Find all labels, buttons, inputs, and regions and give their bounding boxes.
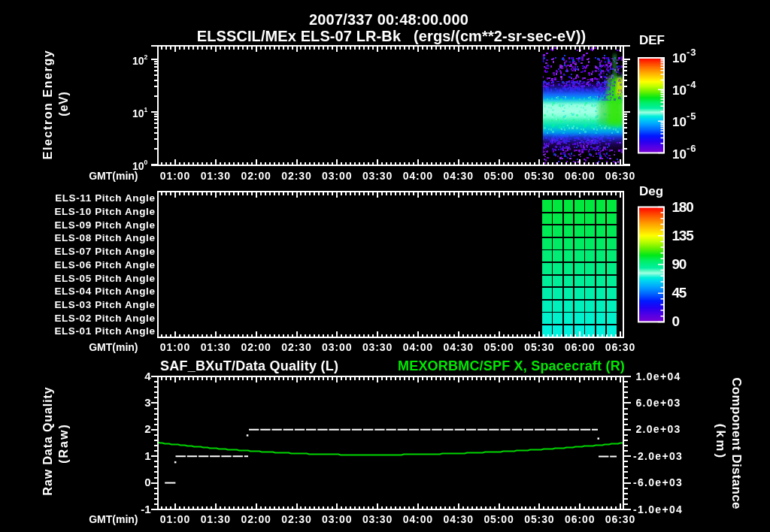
svg-text:01:00: 01:00	[160, 170, 190, 182]
svg-text:2: 2	[144, 422, 150, 435]
svg-text:04:30: 04:30	[444, 170, 474, 182]
svg-text:ELS-03 Pitch Angle: ELS-03 Pitch Angle	[54, 299, 155, 310]
svg-text:2007/337 00:48:00.000: 2007/337 00:48:00.000	[309, 11, 468, 28]
svg-text:06:30: 06:30	[605, 170, 635, 182]
svg-text:03:00: 03:00	[322, 513, 352, 525]
svg-text:05:30: 05:30	[524, 341, 554, 353]
svg-text:135: 135	[672, 228, 695, 243]
svg-text:01:30: 01:30	[201, 513, 231, 525]
svg-text:06:30: 06:30	[605, 341, 635, 353]
svg-text:05:00: 05:00	[484, 513, 514, 525]
svg-text:0: 0	[672, 313, 680, 329]
svg-text:4: 4	[144, 370, 151, 382]
svg-text:ELS-01 Pitch Angle: ELS-01 Pitch Angle	[54, 325, 155, 337]
svg-text:06:00: 06:00	[565, 513, 595, 525]
svg-text:05:00: 05:00	[484, 170, 514, 182]
svg-text:45: 45	[672, 285, 687, 301]
svg-text:90: 90	[672, 256, 687, 272]
svg-text:(Raw): (Raw)	[57, 423, 70, 464]
svg-text:02:30: 02:30	[281, 341, 311, 353]
svg-text:ELS-06 Pitch Angle: ELS-06 Pitch Angle	[54, 259, 155, 271]
svg-text:MEXORBMC/SPF X, Spacecraft (R): MEXORBMC/SPF X, Spacecraft (R)	[398, 358, 625, 373]
svg-text:01:30: 01:30	[201, 170, 231, 182]
svg-text:180: 180	[672, 199, 694, 215]
svg-text:DEF: DEF	[639, 33, 665, 47]
svg-text:02:30: 02:30	[281, 170, 311, 182]
svg-text:ELS-08 Pitch Angle: ELS-08 Pitch Angle	[54, 232, 155, 243]
svg-text:(eV): (eV)	[57, 91, 70, 116]
svg-text:03:30: 03:30	[362, 513, 393, 525]
svg-text:ELS-11 Pitch Angle: ELS-11 Pitch Angle	[55, 192, 155, 204]
svg-text:ELS-07 Pitch Angle: ELS-07 Pitch Angle	[54, 246, 155, 257]
svg-text:ELS-05 Pitch Angle: ELS-05 Pitch Angle	[54, 273, 155, 284]
svg-text:02:00: 02:00	[241, 170, 271, 182]
svg-text:Electron Energy: Electron Energy	[41, 50, 54, 160]
svg-text:-6.0e+03: -6.0e+03	[633, 476, 683, 488]
svg-text:ELS-10 Pitch Angle: ELS-10 Pitch Angle	[54, 206, 155, 217]
svg-text:02:00: 02:00	[241, 341, 271, 353]
svg-text:03:00: 03:00	[322, 341, 352, 353]
svg-text:05:30: 05:30	[524, 513, 554, 525]
svg-text:GMT(min): GMT(min)	[89, 170, 138, 182]
svg-text:ELS-09 Pitch Angle: ELS-09 Pitch Angle	[54, 219, 155, 231]
svg-text:2.0e+03: 2.0e+03	[636, 423, 681, 435]
svg-text:03:30: 03:30	[362, 170, 393, 182]
svg-text:01:30: 01:30	[201, 341, 231, 353]
svg-text:05:00: 05:00	[484, 341, 514, 353]
svg-text:01:00: 01:00	[160, 341, 190, 353]
svg-text:0: 0	[144, 476, 150, 488]
svg-text:04:00: 04:00	[403, 341, 433, 353]
svg-text:Raw Data Quality: Raw Data Quality	[41, 386, 54, 495]
svg-text:01:00: 01:00	[160, 513, 190, 525]
svg-text:03:30: 03:30	[362, 341, 393, 353]
svg-text:GMT(min): GMT(min)	[89, 341, 138, 353]
svg-text:04:30: 04:30	[444, 513, 474, 525]
svg-text:Deg: Deg	[639, 184, 663, 198]
svg-text:3: 3	[144, 396, 150, 409]
svg-text:1: 1	[144, 449, 150, 462]
svg-text:02:30: 02:30	[281, 513, 311, 525]
svg-text:ELSSCIL/MEx ELS-07 LR-Bk (er: ELSSCIL/MEx ELS-07 LR-Bk (ergs/(cm**2-sr…	[197, 28, 586, 44]
svg-text:04:00: 04:00	[403, 513, 433, 525]
svg-text:1.0e+04: 1.0e+04	[636, 370, 681, 382]
svg-text:03:00: 03:00	[322, 170, 352, 182]
svg-text:06:00: 06:00	[565, 170, 595, 182]
svg-text:ELS-04 Pitch Angle: ELS-04 Pitch Angle	[54, 286, 155, 297]
svg-text:GMT(min): GMT(min)	[89, 513, 138, 525]
svg-text:06:30: 06:30	[605, 513, 635, 525]
svg-text:06:00: 06:00	[565, 341, 595, 353]
svg-text:04:00: 04:00	[403, 170, 433, 182]
svg-text:-1.0e+04: -1.0e+04	[633, 503, 683, 515]
svg-text:SAF_BXuT/Data Quality (L): SAF_BXuT/Data Quality (L)	[160, 358, 338, 373]
svg-text:Component Distance: Component Distance	[729, 377, 744, 509]
svg-text:04:30: 04:30	[444, 341, 474, 353]
svg-text:-2.0e+03: -2.0e+03	[633, 450, 683, 462]
svg-text:05:30: 05:30	[524, 170, 554, 182]
svg-text:6.0e+03: 6.0e+03	[636, 397, 681, 409]
svg-text:(km): (km)	[714, 424, 728, 461]
svg-text:-1: -1	[141, 503, 150, 515]
svg-text:ELS-02 Pitch Angle: ELS-02 Pitch Angle	[54, 313, 155, 324]
svg-text:02:00: 02:00	[241, 513, 271, 525]
